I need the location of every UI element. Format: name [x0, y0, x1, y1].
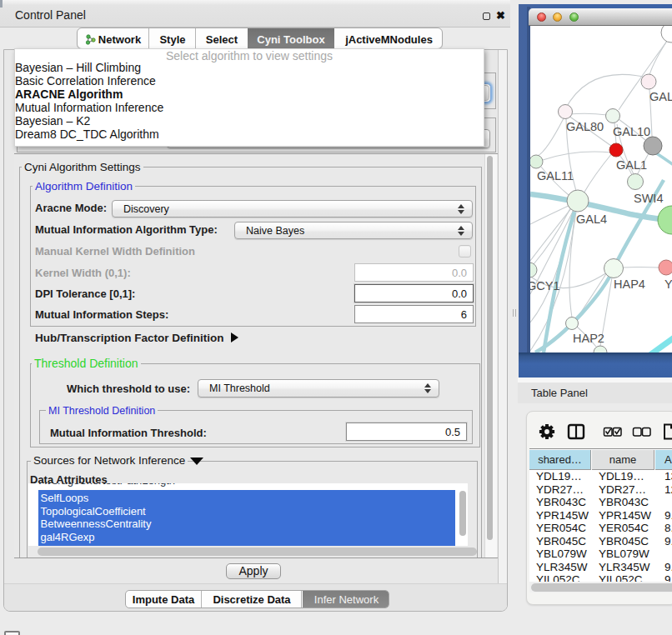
- svg-text:GAL1: GAL1: [616, 158, 647, 172]
- svg-text:GCY1: GCY1: [530, 279, 560, 292]
- svg-text:GAL4: GAL4: [576, 212, 607, 226]
- svg-text:HAP2: HAP2: [573, 332, 604, 345]
- svg-text:HAP4: HAP4: [614, 278, 645, 291]
- svg-text:GAL11: GAL11: [537, 169, 574, 182]
- svg-text:GAL10: GAL10: [613, 125, 650, 138]
- svg-text:GAL7: GAL7: [649, 90, 672, 103]
- svg-text:Y: Y: [664, 278, 672, 291]
- svg-text:SWI4: SWI4: [634, 192, 663, 205]
- svg-text:GAL80: GAL80: [566, 120, 604, 133]
